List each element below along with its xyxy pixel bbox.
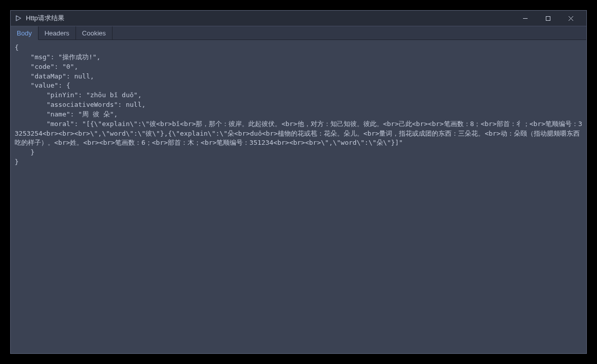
tab-headers[interactable]: Headers xyxy=(39,26,76,39)
window-titlebar[interactable]: Http请求结果 xyxy=(11,11,586,26)
maximize-button[interactable] xyxy=(537,11,559,26)
svg-marker-0 xyxy=(16,16,21,21)
close-button[interactable] xyxy=(559,11,582,26)
tab-cookies[interactable]: Cookies xyxy=(76,26,113,39)
tab-bar: Body Headers Cookies xyxy=(11,26,586,40)
response-body-viewer[interactable]: { "msg": "操作成功!", "code": "0", "dataMap"… xyxy=(11,40,586,353)
svg-rect-2 xyxy=(546,16,550,20)
minimize-button[interactable] xyxy=(514,11,537,26)
http-result-window: Http请求结果 Body Headers Cookies { "msg": "… xyxy=(10,10,587,354)
window-title: Http请求结果 xyxy=(26,14,64,23)
play-icon xyxy=(15,15,22,22)
tab-body[interactable]: Body xyxy=(11,26,39,40)
